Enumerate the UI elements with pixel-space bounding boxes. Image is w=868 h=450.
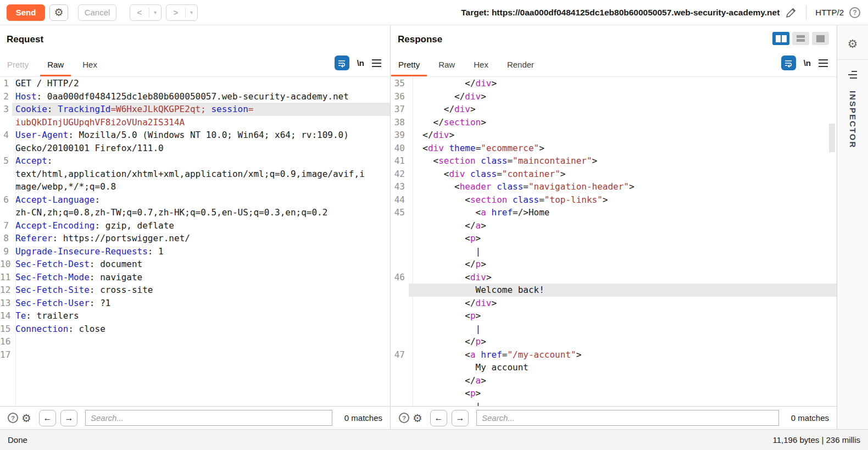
code-line[interactable]: 45 <a href=/>Home: [391, 206, 837, 219]
tab-pretty[interactable]: Pretty: [391, 60, 427, 76]
code-text: </a>: [409, 374, 837, 387]
code-line[interactable]: 41 <section class="maincontainer">: [391, 154, 837, 168]
code-line[interactable]: 4User-Agent: Mozilla/5.0 (Windows NT 10.…: [0, 129, 390, 142]
code-text: Accept-Language:: [12, 193, 390, 207]
code-line[interactable]: text/html,application/xhtml+xml,applicat…: [0, 168, 390, 181]
code-line[interactable]: 6Accept-Language:: [0, 193, 390, 207]
code-line[interactable]: 17: [0, 348, 390, 362]
code-line[interactable]: 13Sec-Fetch-User: ?1: [0, 297, 390, 310]
line-number: [0, 206, 12, 219]
code-line[interactable]: 35 </div>: [391, 77, 837, 90]
code-line[interactable]: 5Accept:: [0, 154, 390, 168]
code-line[interactable]: 46 <div>: [391, 271, 837, 284]
search-help-icon[interactable]: ?: [8, 413, 18, 423]
search-next-button[interactable]: →: [60, 410, 77, 426]
view-single-button[interactable]: [812, 32, 829, 45]
code-line[interactable]: Gecko/20100101 Firefox/111.0: [0, 142, 390, 155]
code-line[interactable]: 16: [0, 335, 390, 348]
code-line[interactable]: My account: [391, 361, 837, 374]
code-line[interactable]: 36 </div>: [391, 90, 837, 103]
next-request-button[interactable]: > ▾: [166, 4, 198, 21]
code-line[interactable]: 10Sec-Fetch-Dest: document: [0, 258, 390, 271]
code-line[interactable]: 9Upgrade-Insecure-Requests: 1: [0, 245, 390, 258]
search-prev-button[interactable]: ←: [39, 410, 56, 426]
send-settings-gear-icon[interactable]: ⚙: [49, 4, 68, 21]
tab-hex[interactable]: Hex: [466, 60, 496, 76]
line-number: 42: [391, 168, 409, 181]
tab-pretty[interactable]: Pretty: [0, 60, 36, 76]
code-line[interactable]: |: [391, 245, 837, 258]
cancel-button[interactable]: Cancel: [78, 4, 116, 21]
code-line[interactable]: Welcome back!: [391, 284, 837, 297]
editor-menu-icon[interactable]: [819, 59, 828, 67]
view-columns-button[interactable]: [772, 32, 789, 45]
code-line[interactable]: |: [391, 400, 837, 407]
code-line[interactable]: 12Sec-Fetch-Site: cross-site: [0, 284, 390, 297]
code-text: Sec-Fetch-User: ?1: [12, 297, 390, 310]
code-line[interactable]: mage/webp,*/*;q=0.8: [0, 180, 390, 193]
code-line[interactable]: 39 </div>: [391, 129, 837, 142]
code-line[interactable]: 43 <header class="navigation-header">: [391, 180, 837, 193]
search-settings-gear-icon[interactable]: ⚙: [21, 412, 31, 425]
code-line[interactable]: </a>: [391, 374, 837, 387]
request-editor[interactable]: 1GET / HTTP/22Host: 0aa000df0484125dc1eb…: [0, 77, 390, 406]
code-line[interactable]: <p>: [391, 232, 837, 245]
inspector-settings-gear-icon[interactable]: ⚙: [848, 37, 858, 51]
code-text: Sec-Fetch-Mode: navigate: [12, 271, 390, 284]
code-line[interactable]: 11Sec-Fetch-Mode: navigate: [0, 271, 390, 284]
code-line[interactable]: 37 </div>: [391, 103, 837, 116]
code-line[interactable]: 1GET / HTTP/2: [0, 77, 390, 90]
code-line[interactable]: 42 <div class="container">: [391, 168, 837, 181]
code-line[interactable]: zh-CN,zh;q=0.8,zh-TW;q=0.7,zh-HK;q=0.5,e…: [0, 206, 390, 219]
chevron-down-icon[interactable]: ▾: [186, 9, 197, 15]
search-help-icon[interactable]: ?: [399, 413, 409, 423]
response-editor[interactable]: 35 </div>36 </div>37 </div>38 </section>…: [391, 77, 837, 406]
word-wrap-toggle-icon[interactable]: [335, 55, 349, 70]
code-text: </div>: [409, 129, 837, 142]
line-number: 43: [391, 180, 409, 193]
edit-target-pencil-icon[interactable]: [785, 7, 797, 19]
line-number: 13: [0, 297, 12, 310]
chevron-down-icon[interactable]: ▾: [149, 9, 161, 15]
help-icon[interactable]: ?: [849, 7, 860, 18]
code-line[interactable]: 40 <div theme="ecommerce">: [391, 142, 837, 155]
code-line[interactable]: 7Accept-Encoding: gzip, deflate: [0, 219, 390, 232]
code-line[interactable]: 8Referer: https://portswigger.net/: [0, 232, 390, 245]
inspector-tab[interactable]: INSPECTOR: [848, 91, 858, 148]
code-text: <a href=/>Home: [409, 206, 837, 219]
collapse-inspector-icon[interactable]: [848, 71, 857, 79]
search-prev-button[interactable]: ←: [430, 410, 447, 426]
code-line[interactable]: |: [391, 323, 837, 336]
tab-render[interactable]: Render: [500, 60, 541, 76]
tab-raw[interactable]: Raw: [40, 60, 71, 76]
code-line[interactable]: </p>: [391, 258, 837, 271]
request-search-input[interactable]: [85, 410, 332, 426]
code-line[interactable]: 44 <section class="top-links">: [391, 193, 837, 207]
code-line[interactable]: 14Te: trailers: [0, 309, 390, 323]
code-line[interactable]: 3Cookie: TrackingId=W6HxeJLkQKGPE2qt; se…: [0, 103, 390, 116]
response-search-input[interactable]: [476, 410, 779, 426]
code-line[interactable]: <p>: [391, 387, 837, 400]
send-button[interactable]: Send: [7, 4, 45, 21]
code-line[interactable]: 47 <a href="/my-account">: [391, 348, 837, 362]
response-scrollbar-thumb[interactable]: [829, 124, 835, 152]
tab-hex[interactable]: Hex: [75, 60, 104, 76]
view-rows-button[interactable]: [792, 32, 809, 45]
code-line[interactable]: </a>: [391, 219, 837, 232]
code-line[interactable]: 38 </section>: [391, 116, 837, 129]
prev-request-button[interactable]: < ▾: [130, 4, 162, 21]
code-line[interactable]: iubQkDInjUGUpqhVF8i2oVUna2IS314A: [0, 116, 390, 129]
code-line[interactable]: </div>: [391, 297, 837, 310]
code-line[interactable]: <p>: [391, 309, 837, 323]
show-newlines-toggle[interactable]: \n: [357, 58, 364, 68]
code-line[interactable]: 15Connection: close: [0, 323, 390, 336]
code-line[interactable]: </p>: [391, 335, 837, 348]
line-number: [391, 323, 409, 336]
word-wrap-toggle-icon[interactable]: [781, 55, 796, 70]
search-next-button[interactable]: →: [452, 410, 469, 426]
search-settings-gear-icon[interactable]: ⚙: [413, 412, 422, 425]
show-newlines-toggle[interactable]: \n: [804, 58, 811, 68]
tab-raw[interactable]: Raw: [431, 60, 462, 76]
code-line[interactable]: 2Host: 0aa000df0484125dc1eb80b600050057.…: [0, 90, 390, 103]
editor-menu-icon[interactable]: [372, 59, 381, 67]
